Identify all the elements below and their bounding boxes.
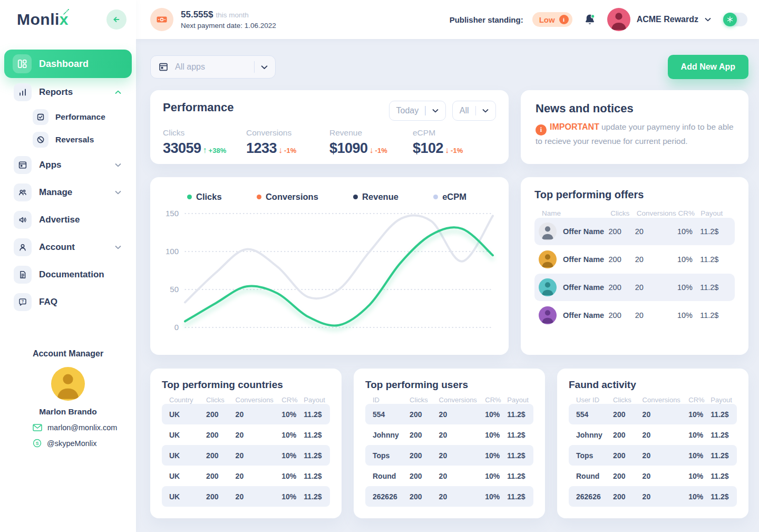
sidebar-item-performance[interactable]: Performance — [4, 105, 132, 128]
legend-item-conversions[interactable]: Conversions — [257, 192, 318, 202]
banknote-icon — [150, 8, 173, 31]
sidebar-item-label: Manage — [39, 187, 72, 198]
checkbox-check-icon — [33, 109, 48, 125]
chevron-down-icon — [261, 65, 268, 70]
amount-caption: this month — [216, 11, 248, 19]
sidebar-item-dashboard[interactable]: Dashboard — [4, 50, 132, 78]
chevron-down-icon — [705, 17, 711, 22]
table-row: UK2002010%11.2$ — [162, 424, 330, 445]
manager-name: Marlon Brando — [24, 407, 112, 417]
scope-value: All — [460, 106, 469, 115]
info-icon: i — [559, 15, 569, 24]
slash-circle-icon — [33, 132, 48, 148]
sidebar-item-label: Performance — [55, 112, 105, 122]
top-offers-card: Top performing offers NameClicksConversi… — [521, 177, 748, 355]
sidebar-item-reports[interactable]: Reports — [4, 79, 132, 105]
svg-text:100: 100 — [166, 247, 179, 256]
sidebar-item-faq[interactable]: ? FAQ — [4, 289, 132, 315]
bar-chart-icon — [14, 83, 32, 101]
envelope-icon — [33, 424, 42, 431]
sidebar-item-apps[interactable]: Apps — [4, 152, 132, 178]
chevron-down-icon — [115, 190, 121, 195]
sidebar: Monlix Dashboard Reports — [0, 0, 136, 532]
publisher-standing-label: Publisher standing: — [450, 15, 523, 24]
manager-email[interactable]: marlon@monlix.com — [33, 423, 112, 432]
metric-clicks: Clicks 33059↑+38% — [163, 128, 246, 157]
svg-text:50: 50 — [170, 285, 179, 294]
table-header: IDClicksConversionsCR%Payout — [365, 396, 533, 404]
svg-text:150: 150 — [166, 209, 179, 218]
standing-badge[interactable]: Low i — [532, 12, 572, 27]
legend-dot — [353, 195, 358, 199]
divider — [254, 61, 255, 73]
legend-item-clicks[interactable]: Clicks — [187, 192, 222, 202]
sidebar-item-documentation[interactable]: Documentation — [4, 262, 132, 288]
table-row: Offer Name 2002010%11.2$ — [534, 274, 735, 301]
standing-value: Low — [539, 15, 555, 24]
sidebar-item-reversals[interactable]: Reversals — [4, 128, 132, 151]
performance-title: Performance — [163, 101, 234, 114]
arrow-left-icon — [111, 14, 122, 25]
monlix-logo: Monlix — [17, 11, 69, 28]
table-header: NameClicksConversionsCR%Payout — [534, 209, 735, 217]
divider — [475, 106, 476, 115]
svg-text:0: 0 — [174, 323, 179, 332]
offer-avatar — [539, 306, 557, 324]
legend-dot — [187, 195, 192, 199]
fraud-activity-card: Faund activity User IDClicksConversionsC… — [557, 369, 748, 518]
snowflake-icon — [723, 13, 737, 26]
add-new-app-button[interactable]: Add New App — [668, 55, 748, 79]
table-row: UK2002010%11.2$ — [162, 466, 330, 486]
fraud-activity-title: Faund activity — [569, 379, 737, 391]
legend-item-ecpm[interactable]: eCPM — [433, 192, 466, 202]
sidebar-item-label: Documentation — [39, 269, 104, 280]
people-group-icon — [14, 183, 32, 201]
table-row: UK2002010%11.2$ — [162, 445, 330, 466]
table-row: 5542002010%11.2$ — [569, 404, 737, 424]
account-name: ACME Rewardz — [637, 15, 698, 24]
sidebar-item-label: Reversals — [55, 135, 94, 144]
top-users-card: Top performing users IDClicksConversions… — [354, 369, 545, 518]
top-countries-title: Top performing countries — [162, 379, 330, 391]
chevron-down-icon — [432, 109, 439, 113]
scope-select[interactable]: All — [452, 101, 496, 121]
manager-skype[interactable]: S @skypeMonlix — [33, 439, 112, 448]
offer-avatar — [539, 223, 557, 240]
table-row: UK2002010%11.2$ — [162, 404, 330, 424]
table-header: User IDClicksConversionsCR%Payout — [569, 396, 737, 404]
legend-item-revenue[interactable]: Revenue — [353, 192, 398, 202]
arrow-down-icon: ↓ — [445, 146, 449, 155]
chevron-up-icon — [115, 90, 121, 94]
performance-card: Performance Today All Clicks — [150, 90, 509, 164]
person-icon — [14, 238, 32, 256]
sidebar-item-manage[interactable]: Manage — [4, 179, 132, 206]
manager-avatar — [51, 367, 85, 401]
document-icon — [14, 266, 32, 284]
top-countries-card: Top performing countries CountryClicksCo… — [150, 369, 342, 518]
table-row: Johnny2002010%11.2$ — [365, 424, 533, 445]
svg-text:?: ? — [22, 299, 24, 304]
bell-icon — [583, 13, 597, 26]
sidebar-item-label: Account — [39, 242, 75, 253]
account-menu[interactable]: ACME Rewardz — [607, 8, 711, 31]
speaker-icon — [14, 211, 32, 229]
theme-toggle[interactable] — [723, 13, 747, 26]
svg-text:S: S — [36, 441, 39, 446]
table-row: Offer Name 2002010%11.2$ — [534, 302, 735, 329]
table-row: UK2002010%11.2$ — [162, 486, 330, 507]
legend-dot — [433, 195, 438, 199]
table-row: Round2002010%11.2$ — [365, 466, 533, 486]
app-filter-select[interactable]: All apps — [150, 55, 276, 79]
date-range-select[interactable]: Today — [389, 101, 446, 121]
logo-text: Monli — [17, 11, 60, 28]
arrow-down-icon: ↓ — [278, 146, 283, 155]
notifications-button[interactable] — [583, 13, 597, 26]
apps-window-icon — [14, 156, 32, 174]
sidebar-item-advertise[interactable]: Advertise — [4, 207, 132, 233]
table-row: 2626262002010%11.2$ — [365, 486, 533, 507]
sidebar-collapse-button[interactable] — [106, 9, 126, 30]
sidebar-item-account[interactable]: Account — [4, 234, 132, 260]
table-row: 2626262002010%11.2$ — [569, 486, 737, 507]
date-range-value: Today — [396, 106, 419, 115]
offer-avatar — [539, 250, 557, 268]
